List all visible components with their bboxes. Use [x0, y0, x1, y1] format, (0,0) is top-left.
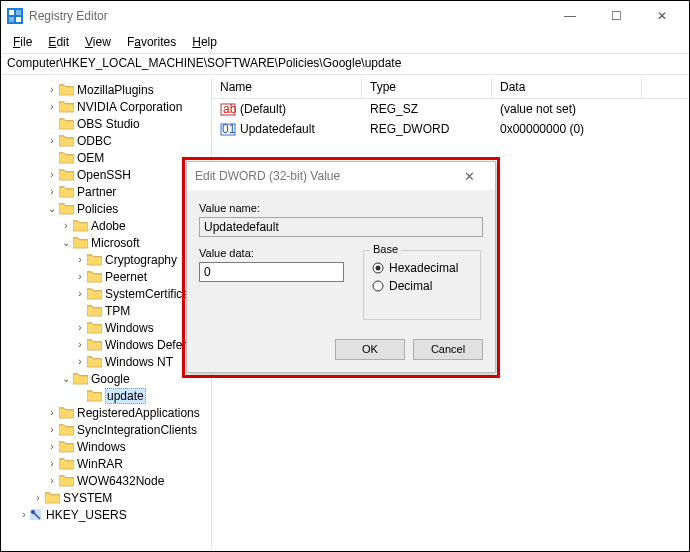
expand-icon[interactable]: ›	[74, 356, 86, 367]
tree-item[interactable]: ›WinRAR	[4, 455, 209, 472]
svg-point-13	[373, 281, 383, 291]
maximize-button[interactable]: ☐	[593, 1, 639, 31]
tree-item[interactable]: ⌄Microsoft	[4, 234, 209, 251]
expand-icon[interactable]: ›	[74, 271, 86, 282]
tree-item[interactable]: ›OpenSSH	[4, 166, 209, 183]
menu-help[interactable]: Help	[184, 33, 225, 51]
expand-icon[interactable]: ⌄	[60, 373, 72, 384]
col-data[interactable]: Data	[492, 77, 642, 98]
tree-item[interactable]: ›Windows NT	[4, 353, 209, 370]
expand-icon[interactable]: ›	[46, 424, 58, 435]
tree-label: Peernet	[105, 270, 147, 284]
tree-item[interactable]: OEM	[4, 149, 209, 166]
cancel-button[interactable]: Cancel	[413, 339, 483, 360]
dialog-titlebar[interactable]: Edit DWORD (32-bit) Value ✕	[187, 162, 495, 190]
tree-label: Windows	[105, 321, 154, 335]
col-type[interactable]: Type	[362, 77, 492, 98]
expand-icon[interactable]: ›	[46, 407, 58, 418]
menubar: File Edit View Favorites Help	[1, 31, 689, 53]
expand-icon[interactable]: ›	[74, 288, 86, 299]
tree-item[interactable]: ›SYSTEM	[4, 489, 209, 506]
folder-icon	[87, 321, 102, 334]
tree-label: Google	[91, 372, 130, 386]
tree-item[interactable]: ›WOW6432Node	[4, 472, 209, 489]
tree-label: Policies	[77, 202, 118, 216]
radio-dec[interactable]: Decimal	[372, 279, 472, 293]
tree-item[interactable]: ›Windows	[4, 319, 209, 336]
menu-view[interactable]: View	[77, 33, 119, 51]
expand-icon[interactable]: ›	[46, 169, 58, 180]
folder-icon	[73, 219, 88, 232]
value-name-field: Updatedefault	[199, 217, 483, 237]
base-fieldset: Base Hexadecimal Decimal	[363, 250, 481, 320]
tree-label: ODBC	[77, 134, 112, 148]
menu-edit[interactable]: Edit	[40, 33, 77, 51]
tree-label: RegisteredApplications	[77, 406, 200, 420]
folder-icon	[59, 185, 74, 198]
tree-item[interactable]: ⌄Policies	[4, 200, 209, 217]
base-label: Base	[370, 243, 401, 255]
list-row[interactable]: (Default)REG_SZ(value not set)	[212, 99, 688, 119]
expand-icon[interactable]: ›	[74, 254, 86, 265]
folder-icon	[73, 372, 88, 385]
tree-label: MozillaPlugins	[77, 83, 154, 97]
tree-item[interactable]: ›MozillaPlugins	[4, 81, 209, 98]
expand-icon[interactable]: ›	[46, 101, 58, 112]
tree-item[interactable]: ›Windows	[4, 438, 209, 455]
address-bar[interactable]: Computer\HKEY_LOCAL_MACHINE\SOFTWARE\Pol…	[1, 53, 689, 75]
folder-icon	[87, 338, 102, 351]
folder-icon	[59, 117, 74, 130]
tree-item[interactable]: ›RegisteredApplications	[4, 404, 209, 421]
tree-item[interactable]: ⌄Google	[4, 370, 209, 387]
expand-icon[interactable]: ›	[46, 441, 58, 452]
minimize-button[interactable]: —	[547, 1, 593, 31]
expand-icon[interactable]: ›	[32, 492, 44, 503]
tree-label: Partner	[77, 185, 116, 199]
tree-pane[interactable]: ›MozillaPlugins›NVIDIA CorporationOBS St…	[2, 77, 212, 550]
tree-item[interactable]: OBS Studio	[4, 115, 209, 132]
ok-button[interactable]: OK	[335, 339, 405, 360]
dialog-close-button[interactable]: ✕	[451, 169, 487, 184]
value-data-input[interactable]	[199, 262, 344, 282]
tree-item[interactable]: ›Peernet	[4, 268, 209, 285]
list-row[interactable]: UpdatedefaultREG_DWORD0x00000000 (0)	[212, 119, 688, 139]
menu-file[interactable]: File	[5, 33, 40, 51]
radio-hex[interactable]: Hexadecimal	[372, 261, 472, 275]
expand-icon[interactable]: ›	[18, 509, 30, 520]
folder-icon	[87, 304, 102, 317]
tree-item[interactable]: ›SystemCertificates	[4, 285, 209, 302]
expand-icon[interactable]: ›	[46, 475, 58, 486]
tree-item[interactable]: ›SyncIntegrationClients	[4, 421, 209, 438]
tree-item[interactable]: ›Windows Defender	[4, 336, 209, 353]
tree-label: Windows NT	[105, 355, 173, 369]
close-button[interactable]: ✕	[639, 1, 685, 31]
titlebar: Registry Editor — ☐ ✕	[1, 1, 689, 31]
expand-icon[interactable]: ›	[46, 84, 58, 95]
tree-item[interactable]: ›Adobe	[4, 217, 209, 234]
col-name[interactable]: Name	[212, 77, 362, 98]
tree-label: Adobe	[91, 219, 126, 233]
tree-item[interactable]: ›NVIDIA Corporation	[4, 98, 209, 115]
tree-item[interactable]: ›Partner	[4, 183, 209, 200]
menu-favorites[interactable]: Favorites	[119, 33, 184, 51]
tree-item[interactable]: ›Cryptography	[4, 251, 209, 268]
expand-icon[interactable]: ›	[74, 339, 86, 350]
binary-value-icon	[220, 121, 236, 137]
folder-icon	[87, 270, 102, 283]
expand-icon[interactable]: ›	[46, 135, 58, 146]
expand-icon[interactable]: ›	[60, 220, 72, 231]
expand-icon[interactable]: ⌄	[60, 237, 72, 248]
tree-item[interactable]: TPM	[4, 302, 209, 319]
value-name-label: Value name:	[199, 202, 483, 214]
folder-icon	[87, 253, 102, 266]
expand-icon[interactable]: ›	[46, 458, 58, 469]
expand-icon[interactable]: ›	[46, 186, 58, 197]
tree-label: NVIDIA Corporation	[77, 100, 182, 114]
window-title: Registry Editor	[29, 9, 547, 23]
tree-item[interactable]: ›HKEY_USERS	[4, 506, 209, 523]
tree-item[interactable]: update	[4, 387, 209, 404]
tree-label: Microsoft	[91, 236, 140, 250]
expand-icon[interactable]: ⌄	[46, 203, 58, 214]
tree-item[interactable]: ›ODBC	[4, 132, 209, 149]
expand-icon[interactable]: ›	[74, 322, 86, 333]
